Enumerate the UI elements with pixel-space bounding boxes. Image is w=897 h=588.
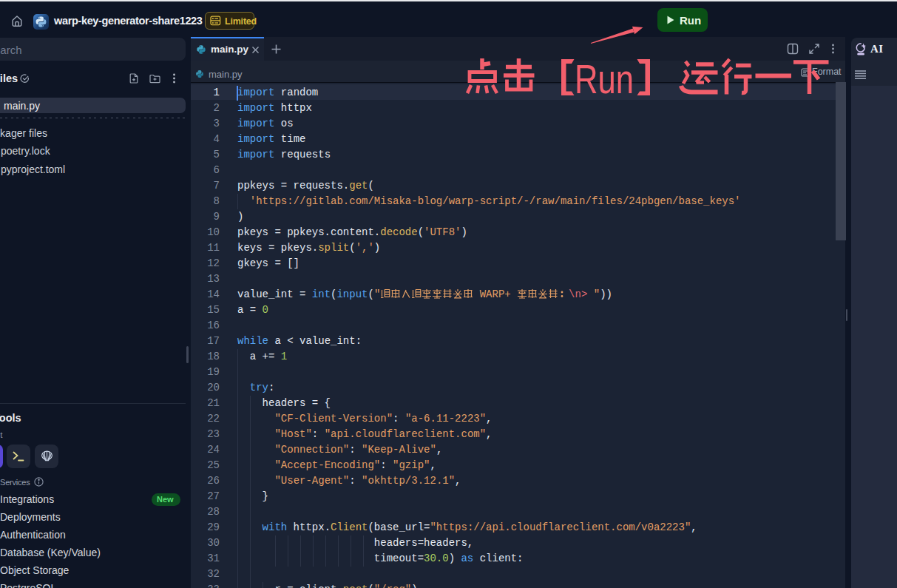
svg-text:Run: Run <box>575 56 634 102</box>
